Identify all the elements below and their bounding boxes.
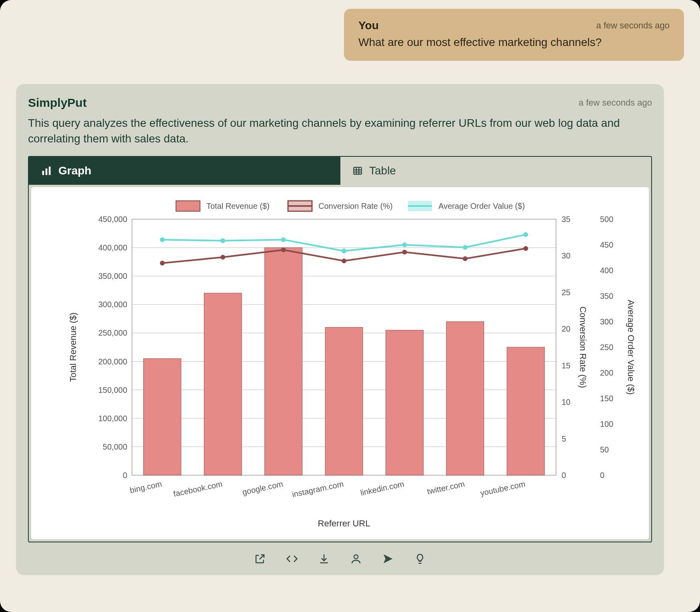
tab-graph[interactable]: Graph xyxy=(29,157,340,185)
svg-rect-28 xyxy=(386,330,423,476)
svg-rect-8 xyxy=(176,201,200,211)
svg-point-36 xyxy=(463,256,468,261)
message-toolbar xyxy=(28,552,652,566)
open-icon[interactable] xyxy=(253,552,267,566)
user-message: You a few seconds ago What are our most … xyxy=(344,9,684,61)
bar-chart-icon xyxy=(41,165,52,176)
svg-text:250,000: 250,000 xyxy=(98,329,127,338)
table-icon xyxy=(352,166,363,176)
svg-text:200: 200 xyxy=(600,368,613,377)
app-frame: You a few seconds ago What are our most … xyxy=(0,0,700,612)
tab-table[interactable]: Table xyxy=(340,157,651,185)
svg-text:25: 25 xyxy=(562,288,570,297)
svg-text:0: 0 xyxy=(562,471,566,480)
svg-rect-3 xyxy=(354,168,362,174)
svg-text:50: 50 xyxy=(600,445,609,454)
svg-rect-1 xyxy=(46,169,48,175)
svg-point-38 xyxy=(160,238,165,242)
svg-rect-24 xyxy=(144,359,181,476)
svg-rect-0 xyxy=(42,171,44,175)
svg-text:35: 35 xyxy=(562,215,570,224)
user-timestamp: a few seconds ago xyxy=(596,20,670,31)
svg-text:twitter.com: twitter.com xyxy=(426,480,466,496)
combo-chart: Total Revenue ($) Conversion Rate (%) Av… xyxy=(31,187,649,539)
svg-text:bing.com: bing.com xyxy=(129,480,163,495)
send-icon[interactable] xyxy=(381,552,395,566)
svg-point-44 xyxy=(523,232,528,237)
svg-text:200,000: 200,000 xyxy=(98,357,127,366)
svg-point-31 xyxy=(160,261,165,266)
tab-graph-label: Graph xyxy=(58,164,91,177)
tab-table-label: Table xyxy=(369,164,396,177)
user-icon[interactable] xyxy=(349,552,363,566)
svg-text:450: 450 xyxy=(600,240,613,249)
svg-text:100: 100 xyxy=(600,420,613,428)
svg-text:instagram.com: instagram.com xyxy=(291,480,344,499)
svg-text:facebook.com: facebook.com xyxy=(173,480,223,498)
svg-point-42 xyxy=(402,242,407,247)
svg-point-35 xyxy=(402,250,407,255)
svg-point-43 xyxy=(463,245,468,250)
svg-text:450,000: 450,000 xyxy=(98,215,127,224)
svg-rect-29 xyxy=(446,322,484,475)
y-left-title: Total Revenue ($) xyxy=(68,313,78,382)
svg-text:10: 10 xyxy=(562,398,570,407)
svg-text:15: 15 xyxy=(562,361,570,370)
svg-rect-27 xyxy=(325,328,363,476)
result-panel: Graph Table Total Revenue ($) xyxy=(28,156,652,542)
svg-text:150,000: 150,000 xyxy=(98,386,127,394)
x-title: Referrer URL xyxy=(318,518,370,528)
legend-revenue: Total Revenue ($) xyxy=(206,202,270,210)
svg-text:250: 250 xyxy=(600,343,613,352)
svg-text:500: 500 xyxy=(600,215,613,224)
svg-point-33 xyxy=(281,248,286,252)
svg-text:5: 5 xyxy=(562,434,566,443)
svg-point-82 xyxy=(354,555,358,559)
legend-conversion: Conversion Rate (%) xyxy=(318,202,393,210)
svg-point-40 xyxy=(281,238,286,242)
lightbulb-icon[interactable] xyxy=(413,552,427,566)
legend-aov: Average Order Value ($) xyxy=(438,202,525,210)
svg-rect-30 xyxy=(507,347,544,475)
svg-point-34 xyxy=(342,259,346,264)
svg-text:youtube.com: youtube.com xyxy=(480,480,526,498)
svg-point-32 xyxy=(220,255,225,260)
svg-text:350,000: 350,000 xyxy=(98,272,127,281)
chart-legend: Total Revenue ($) Conversion Rate (%) Av… xyxy=(176,201,525,211)
chart-area: Total Revenue ($) Conversion Rate (%) Av… xyxy=(31,187,649,539)
svg-text:400,000: 400,000 xyxy=(98,243,127,252)
svg-text:150: 150 xyxy=(600,394,613,403)
svg-rect-26 xyxy=(265,248,302,475)
user-sender: You xyxy=(358,19,379,32)
svg-text:20: 20 xyxy=(562,325,570,334)
assistant-text: This query analyzes the effectiveness of… xyxy=(28,115,652,146)
svg-text:linkedin.com: linkedin.com xyxy=(360,480,405,498)
svg-text:350: 350 xyxy=(600,292,613,300)
svg-point-37 xyxy=(523,246,528,251)
code-icon[interactable] xyxy=(285,552,299,566)
svg-rect-25 xyxy=(204,293,242,475)
tabs-row: Graph Table xyxy=(29,157,651,185)
svg-text:50,000: 50,000 xyxy=(103,442,127,451)
svg-text:0: 0 xyxy=(600,471,604,480)
svg-text:0: 0 xyxy=(123,471,127,480)
svg-rect-2 xyxy=(49,167,51,175)
svg-point-41 xyxy=(342,249,346,254)
y-right2-title: Average Order Value ($) xyxy=(626,300,636,395)
svg-text:400: 400 xyxy=(600,266,613,275)
assistant-timestamp: a few seconds ago xyxy=(579,98,652,108)
download-icon[interactable] xyxy=(317,552,331,566)
svg-text:300,000: 300,000 xyxy=(98,300,127,309)
svg-text:100,000: 100,000 xyxy=(98,414,127,423)
svg-text:300: 300 xyxy=(600,317,613,326)
svg-point-39 xyxy=(220,238,225,243)
user-text: What are our most effective marketing ch… xyxy=(358,36,670,49)
y-right1-title: Conversion Rate (%) xyxy=(578,306,588,388)
svg-text:30: 30 xyxy=(562,252,570,260)
assistant-sender: SimplyPut xyxy=(28,96,87,110)
assistant-message: SimplyPut a few seconds ago This query a… xyxy=(16,84,664,575)
svg-text:google.com: google.com xyxy=(242,480,284,497)
